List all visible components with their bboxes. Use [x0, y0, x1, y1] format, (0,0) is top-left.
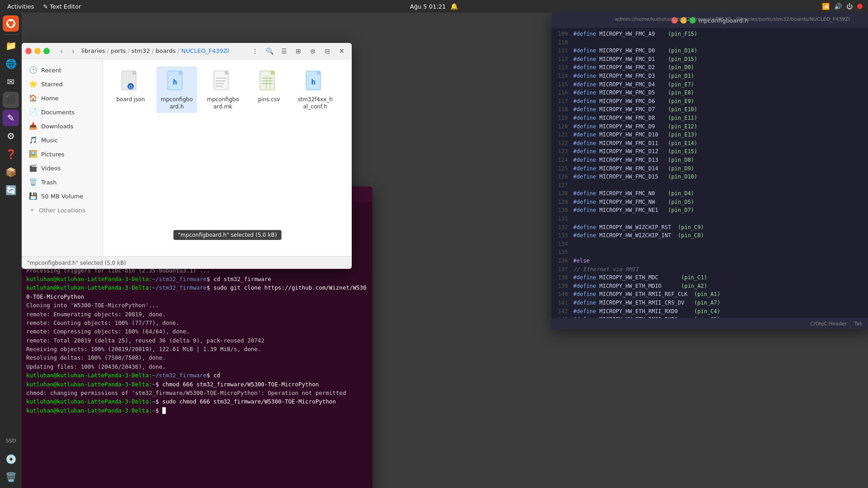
dock-help-icon[interactable]: ❓: [3, 146, 19, 162]
file-item-board-json[interactable]: {} board.json: [110, 66, 151, 113]
fm-nav-buttons: ‹ ›: [56, 46, 79, 56]
dock-settings-icon[interactable]: ⚙️: [3, 128, 19, 144]
te-subtitle: admin://home/kutluhan/stm32_firmware/W53…: [615, 16, 850, 22]
fm-statusbar: "mpconfigboard.h" selected (5,0 kB): [22, 256, 352, 269]
file-item-mpconfigboard-mk[interactable]: mpconfigboard.mk: [203, 66, 243, 113]
fm-maximize-btn[interactable]: [43, 48, 50, 54]
svg-text:{}: {}: [128, 85, 133, 89]
fm-view-grid-btn[interactable]: ⊞: [292, 45, 305, 57]
fm-minimize-btn[interactable]: [34, 48, 41, 54]
dock-snap-icon[interactable]: 🔄: [3, 182, 19, 198]
svg-text:h: h: [173, 78, 177, 86]
fm-forward-btn[interactable]: ›: [68, 46, 79, 56]
sidebar-item-starred[interactable]: ⭐ Starred: [24, 77, 101, 91]
file-icon-csv: [258, 69, 280, 94]
svg-point-4: [7, 24, 9, 26]
fm-view-list-btn[interactable]: ☰: [278, 45, 290, 57]
file-icon-h2: h: [304, 69, 326, 94]
sidebar-item-videos[interactable]: 🎬 Videos: [24, 161, 101, 175]
sidebar-item-pictures[interactable]: 🖼️ Pictures: [24, 147, 101, 161]
dock-terminal-icon[interactable]: ⬛: [3, 92, 19, 108]
sidebar-label-home: Home: [41, 95, 58, 102]
sidebar-item-trash[interactable]: 🗑️ Trash: [24, 175, 101, 189]
fm-close-btn2[interactable]: ✕: [335, 45, 348, 57]
fm-tooltip: "mpconfigboard.h" selected (5,0 kB): [174, 230, 282, 240]
home-icon: 🏠: [29, 94, 38, 102]
dock-files-icon[interactable]: 📁: [3, 38, 19, 54]
sidebar-item-recent[interactable]: 🕐 Recent: [24, 63, 101, 77]
status-text: "mpconfigboard.h" selected (5,0 kB): [27, 260, 126, 266]
breadcrumb-current[interactable]: NUCLEO_F439ZI: [181, 47, 229, 54]
sidebar-item-home[interactable]: 🏠 Home: [24, 91, 101, 105]
te-code[interactable]: #define MICROPY_HW_FMC_A9 (pin_F15) #def…: [570, 28, 868, 318]
breadcrumb-boards[interactable]: boards: [156, 47, 175, 54]
file-name: pins.csv: [258, 96, 280, 103]
breadcrumb-sep-4: /: [178, 47, 179, 54]
fm-sidebar: 🕐 Recent ⭐ Starred 🏠 Home 📄 Documents 📥: [22, 59, 103, 256]
svg-rect-7: [132, 71, 136, 75]
sidebar-label-videos: Videos: [41, 165, 61, 172]
sidebar-item-storage[interactable]: 💾 50 MB Volume: [24, 189, 101, 203]
file-name: stm32f4xx_hal_conf.h: [297, 96, 333, 110]
pictures-icon: 🖼️: [29, 150, 38, 158]
breadcrumb-ports[interactable]: ports: [111, 47, 126, 54]
fm-search-btn[interactable]: 🔍: [263, 45, 276, 57]
fm-close-btn[interactable]: [25, 48, 32, 54]
fm-menu-btn[interactable]: ⋮: [249, 45, 261, 57]
notification-icon[interactable]: 🔔: [450, 3, 458, 10]
svg-point-3: [13, 24, 15, 26]
sidebar-label-storage: 50 MB Volume: [41, 193, 83, 200]
svg-rect-23: [271, 71, 274, 75]
dock-network-storage-icon[interactable]: 💿: [3, 451, 19, 467]
file-item-pins-csv[interactable]: pins.csv: [249, 66, 289, 113]
dock-ubuntu-icon[interactable]: [3, 15, 19, 32]
file-manager-window: ‹ › libraries / ports / stm32 / boards /…: [22, 43, 352, 269]
dock-separator: [5, 34, 17, 35]
breadcrumb-sep-1: /: [107, 47, 109, 54]
recent-icon: 🕐: [29, 66, 38, 74]
volume-icon: 🔊: [834, 3, 842, 10]
terminal-line: remote: Counting objects: 100% (77/77), …: [26, 319, 368, 327]
sidebar-label-pictures: Pictures: [41, 151, 64, 158]
terminal-line: kutluhan@kutluhan-LattePanda-3-Delta:~$ …: [26, 380, 368, 389]
sidebar-label-documents: Documents: [41, 109, 75, 116]
dock-trash-icon[interactable]: 🗑️: [3, 469, 19, 485]
text-editor-titlebar: mpconfigboard.h admin://home/kutluhan/st…: [552, 13, 868, 28]
svg-rect-16: [225, 71, 228, 75]
status-dot: [857, 4, 863, 9]
file-icon-json: {}: [120, 69, 142, 94]
te-statusbar: C/ObjC Header Tab: [552, 318, 868, 329]
dock-software-icon[interactable]: 📦: [3, 164, 19, 180]
file-name: board.json: [117, 96, 145, 103]
breadcrumb-libraries[interactable]: libraries: [81, 47, 105, 54]
sidebar-item-downloads[interactable]: 📥 Downloads: [24, 119, 101, 133]
sidebar-add-location[interactable]: ＋ Other Locations: [24, 203, 101, 217]
ssd-label: SSD: [6, 438, 16, 444]
dock-browser-icon[interactable]: 🌐: [3, 56, 19, 72]
svg-point-2: [10, 19, 12, 22]
fm-titlebar: ‹ › libraries / ports / stm32 / boards /…: [22, 43, 352, 59]
activities-button[interactable]: Activities: [5, 3, 36, 10]
storage-icon: 💾: [29, 192, 38, 200]
terminal-line: Updating files: 100% (20436/20436), done…: [26, 362, 368, 371]
breadcrumb-stm32[interactable]: stm32: [132, 47, 150, 54]
music-icon: 🎵: [29, 136, 38, 144]
sidebar-label-trash: Trash: [41, 179, 57, 186]
fm-breadcrumb: libraries / ports / stm32 / boards / NUC…: [81, 47, 246, 54]
breadcrumb-sep-2: /: [127, 47, 129, 54]
sidebar-item-music[interactable]: 🎵 Music: [24, 133, 101, 147]
te-language-label: C/ObjC Header: [810, 321, 847, 327]
file-item-mpconfigboard-h[interactable]: h mpconfigboard.h: [156, 66, 197, 113]
fm-split-btn[interactable]: ⊟: [321, 45, 334, 57]
add-icon: ＋: [29, 206, 35, 214]
dock-ssd-icon[interactable]: SSD: [3, 433, 19, 449]
dock-mail-icon[interactable]: ✉️: [3, 74, 19, 90]
fm-toolbar-right: ⋮ 🔍 ☰ ⊞ ⊜ ⊟ ✕: [249, 45, 348, 57]
fm-back-btn[interactable]: ‹: [56, 46, 67, 56]
file-item-stm32-conf-h[interactable]: h stm32f4xx_hal_conf.h: [295, 66, 335, 113]
text-editor-window: mpconfigboard.h admin://home/kutluhan/st…: [552, 13, 868, 329]
fm-sort-btn[interactable]: ⊜: [307, 45, 319, 57]
sidebar-item-documents[interactable]: 📄 Documents: [24, 105, 101, 119]
dock-text-editor-icon[interactable]: ✎: [3, 110, 19, 126]
power-icon: ⏻: [846, 3, 853, 10]
